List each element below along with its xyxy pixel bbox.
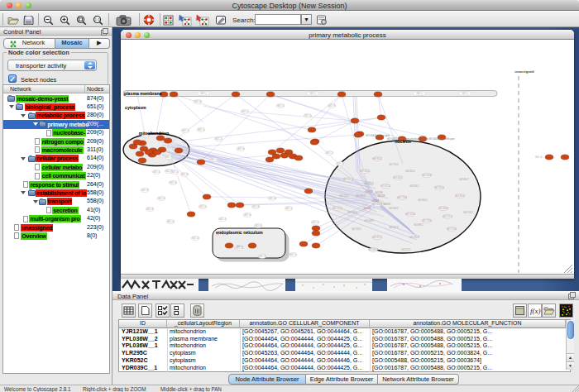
svg-text:GO:-d: GO:-d [535, 155, 542, 159]
svg-text:GO:87-1: GO:87-1 [372, 236, 382, 239]
svg-text:cytoplasm: cytoplasm [125, 105, 146, 110]
svg-text:GO:-1: GO:-1 [285, 207, 292, 210]
svg-text:GO:15-1: GO:15-1 [401, 248, 411, 251]
svg-text:GO:-0: GO:-0 [199, 205, 206, 208]
svg-text:GO:-9: GO:-9 [165, 155, 172, 159]
svg-text:GO:-1: GO:-1 [219, 218, 226, 221]
svg-text:GO:-1: GO:-1 [153, 170, 160, 174]
svg-text:GO:84-7: GO:84-7 [368, 248, 378, 251]
svg-text:GO:48-8: GO:48-8 [364, 219, 374, 222]
svg-text:GO:-0: GO:-0 [304, 114, 311, 117]
svg-text:GO:98-5: GO:98-5 [333, 207, 342, 210]
svg-text:GO:44-7: GO:44-7 [393, 176, 403, 179]
svg-text:GO:69-9: GO:69-9 [372, 203, 382, 206]
svg-text:GO:59: GO:59 [376, 191, 383, 194]
svg-text:GO:83: GO:83 [378, 194, 385, 198]
svg-text:GO:0044 nuclear part: GO:0044 nuclear part [366, 134, 390, 137]
svg-text:GO:-z: GO:-z [237, 245, 243, 248]
svg-text:GO:-5: GO:-5 [171, 170, 178, 174]
svg-text:GO:-8: GO:-8 [269, 197, 275, 200]
svg-text:GO:-4: GO:-4 [337, 162, 343, 165]
svg-text:GO:73-5: GO:73-5 [422, 219, 432, 222]
svg-text:GO:-9: GO:-9 [194, 100, 201, 103]
svg-text:GO:79-1: GO:79-1 [389, 163, 399, 166]
svg-text:GO:25-8: GO:25-8 [409, 236, 419, 239]
svg-text:GO:92: GO:92 [366, 190, 373, 194]
svg-text:GO:53-2: GO:53-2 [463, 211, 473, 214]
svg-text:GO:0031 membrane-enclosed lume: GO:0031 membrane-enclosed lumen GO:0043 … [387, 137, 455, 141]
svg-text:GO:-0: GO:-0 [211, 158, 218, 161]
svg-text:GO:-8: GO:-8 [146, 208, 153, 211]
svg-text:GO:82-0: GO:82-0 [434, 186, 444, 189]
svg-text:GO:-0: GO:-0 [167, 220, 174, 223]
svg-text:GO:68-5: GO:68-5 [389, 207, 399, 210]
svg-text:GO:81-9: GO:81-9 [343, 178, 353, 181]
svg-text:GO:97: GO:97 [372, 199, 380, 203]
svg-text:GO:17-4: GO:17-4 [443, 215, 452, 218]
svg-text:GO:-1: GO:-1 [182, 129, 189, 132]
svg-text:GO:99-1: GO:99-1 [414, 223, 423, 227]
svg-text:GO:-2: GO:-2 [326, 151, 333, 155]
svg-text:GO:48-3: GO:48-3 [438, 207, 448, 210]
svg-text:GO:83-4: GO:83-4 [360, 170, 370, 173]
svg-text:GO:-9: GO:-9 [259, 255, 266, 258]
svg-text:GO:-6: GO:-6 [244, 213, 251, 217]
svg-text:plasma membrane: plasma membrane [124, 91, 162, 96]
svg-text:GO:-3: GO:-3 [312, 221, 318, 224]
svg-text:GO:72-6: GO:72-6 [447, 227, 457, 231]
svg-text:GO:23-9: GO:23-9 [422, 174, 432, 177]
svg-text:GO:57-1: GO:57-1 [380, 184, 390, 188]
svg-text:GO:-1: GO:-1 [290, 253, 296, 256]
svg-text:mitochondrion: mitochondrion [139, 131, 169, 136]
svg-text:endoplasmic reticulum: endoplasmic reticulum [216, 230, 263, 235]
svg-text:GO:-6: GO:-6 [237, 147, 244, 151]
svg-text:GO:67: GO:67 [384, 203, 391, 206]
svg-text:GO:64-5: GO:64-5 [418, 198, 428, 202]
svg-text:GO:-j: GO:-j [416, 92, 422, 95]
svg-text:GO:-0: GO:-0 [170, 181, 176, 184]
svg-text:f(x): f(x) [530, 307, 541, 315]
svg-text:GO:-5: GO:-5 [198, 128, 204, 131]
svg-text:GO:33-3: GO:33-3 [347, 211, 357, 214]
svg-text:GO:-3: GO:-3 [192, 237, 199, 240]
svg-text:GO:-6: GO:-6 [255, 224, 261, 227]
svg-text:GO:-1: GO:-1 [242, 110, 248, 113]
svg-text:GO:-9: GO:-9 [181, 173, 188, 176]
svg-text:GO:83-3: GO:83-3 [364, 182, 374, 185]
svg-text:GO:67-4: GO:67-4 [389, 226, 399, 229]
svg-text:unassigned: unassigned [514, 69, 534, 74]
svg-text:GO:-j: GO:-j [200, 92, 206, 95]
svg-text:GO:73-8: GO:73-8 [397, 196, 407, 199]
svg-text:GO:-3: GO:-3 [277, 104, 284, 108]
svg-text:1:1: 1:1 [95, 17, 101, 22]
svg-text:GO:-j: GO:-j [462, 92, 467, 95]
svg-text:GO:-8: GO:-8 [141, 189, 148, 192]
svg-text:GO:63-2: GO:63-2 [455, 194, 465, 198]
svg-text:GO:63-2: GO:63-2 [372, 157, 382, 160]
svg-text:GO:50-5: GO:50-5 [339, 194, 349, 198]
svg-text:GO:20-9: GO:20-9 [405, 213, 415, 216]
svg-text:GO:-6: GO:-6 [252, 205, 259, 208]
svg-text:GO:18-1: GO:18-1 [352, 227, 361, 231]
svg-text:GO:89-3: GO:89-3 [356, 194, 366, 198]
svg-text:GO:46: GO:46 [364, 207, 371, 210]
svg-text:GO:-3: GO:-3 [158, 197, 165, 200]
svg-text:GO:-j: GO:-j [309, 92, 315, 95]
svg-text:GO:-9: GO:-9 [328, 104, 335, 108]
svg-text:GO:-2: GO:-2 [215, 137, 222, 141]
svg-text:GO:80-1: GO:80-1 [409, 184, 419, 188]
svg-text:GO:86-7: GO:86-7 [459, 178, 469, 181]
svg-text:GO:81-2: GO:81-2 [405, 170, 415, 173]
